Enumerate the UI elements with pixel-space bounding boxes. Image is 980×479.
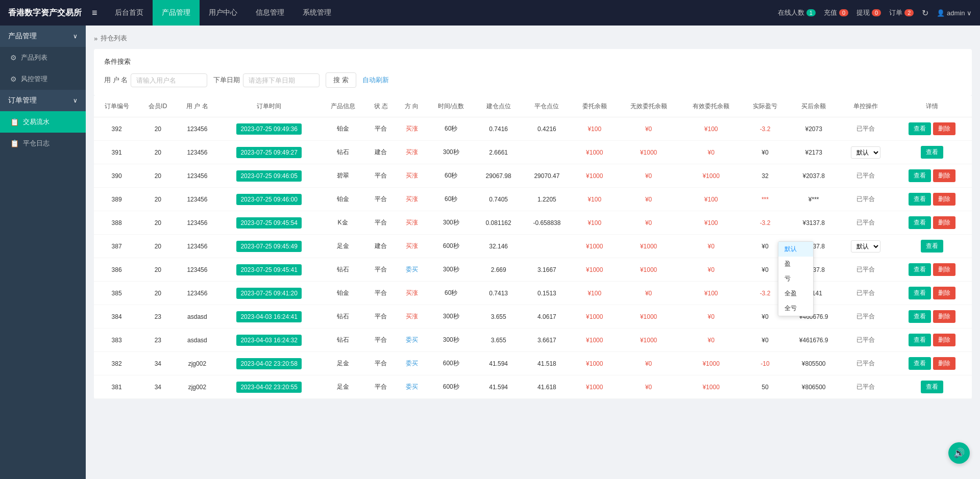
- cell-status: 平合: [365, 188, 396, 211]
- cell-order-id: 382: [94, 352, 139, 375]
- cell-op: 已平合: [840, 164, 892, 188]
- cell-op: 已平合: [840, 352, 892, 375]
- cell-member-id: 23: [139, 305, 176, 329]
- view-button[interactable]: 查看: [909, 216, 931, 229]
- sidebar-item-close[interactable]: 📋 平仓日志: [0, 133, 86, 154]
- cell-member-id: 23: [139, 329, 176, 352]
- view-button[interactable]: 查看: [909, 334, 931, 346]
- cell-time-points: 60秒: [427, 164, 475, 188]
- view-button[interactable]: 查看: [909, 310, 931, 323]
- view-button[interactable]: 查看: [909, 287, 931, 299]
- direction-tag: 委买: [406, 360, 418, 367]
- view-button[interactable]: 查看: [909, 193, 931, 206]
- sidebar-group-product-arrow: ∨: [73, 33, 78, 40]
- nav-item-home[interactable]: 后台首页: [106, 0, 153, 26]
- cell-time-points: 60秒: [427, 282, 475, 305]
- cell-username: 123456: [177, 164, 218, 188]
- delete-button[interactable]: 删除: [933, 357, 955, 370]
- cell-op: 已平合: [840, 329, 892, 352]
- delete-button[interactable]: 删除: [933, 263, 955, 276]
- order-count[interactable]: 订单 2: [889, 8, 914, 17]
- cell-username: zjg002: [177, 375, 218, 399]
- delete-button[interactable]: 删除: [933, 287, 955, 299]
- nav-item-product[interactable]: 产品管理: [153, 0, 200, 26]
- delete-button[interactable]: 删除: [933, 216, 955, 229]
- sidebar-item-trade[interactable]: 📋 交易流水: [0, 111, 86, 133]
- username-input[interactable]: [131, 73, 207, 87]
- cell-username: 123456: [177, 235, 218, 258]
- admin-label[interactable]: 👤 admin ∨: [937, 9, 972, 17]
- cell-valid-entrust: ¥1000: [680, 375, 743, 399]
- refresh-icon[interactable]: ↻: [922, 8, 928, 18]
- cell-username: asdasd: [177, 329, 218, 352]
- recharge-count[interactable]: 充值 0: [824, 8, 848, 17]
- cell-time: 2023-07-25 09:49:36: [218, 117, 320, 141]
- cell-open-price: 0.081162: [475, 211, 522, 235]
- view-button[interactable]: 查看: [909, 169, 931, 182]
- cell-direction: 买涨: [397, 282, 427, 305]
- sidebar-item-product-list[interactable]: ⚙ 产品列表: [0, 47, 86, 68]
- delete-button[interactable]: 删除: [933, 310, 955, 323]
- search-button[interactable]: 搜 索: [326, 72, 356, 88]
- cell-product: 钻石: [320, 305, 365, 329]
- cell-detail: 查看删除: [892, 188, 972, 211]
- cell-open-price: 3.655: [475, 329, 522, 352]
- op-status: 已平合: [856, 336, 875, 343]
- table-row: 381 34 zjg002 2023-04-02 23:20:55 足金 平合 …: [94, 375, 972, 399]
- direction-tag: 买涨: [406, 289, 418, 296]
- date-input[interactable]: [243, 73, 320, 87]
- direction-tag: 委买: [406, 336, 418, 343]
- auto-refresh-button[interactable]: 自动刷新: [362, 73, 389, 87]
- cell-status: 平合: [365, 282, 396, 305]
- nav-item-user[interactable]: 用户中心: [200, 0, 247, 26]
- view-button[interactable]: 查看: [921, 381, 943, 393]
- dropdown-item-all-profit[interactable]: 全盈: [778, 286, 813, 301]
- view-button[interactable]: 查看: [909, 122, 931, 135]
- direction-tag: 买涨: [406, 313, 418, 320]
- view-button[interactable]: 查看: [921, 240, 943, 253]
- nav-item-info[interactable]: 信息管理: [247, 0, 293, 26]
- time-badge: 2023-07-25 09:46:00: [236, 194, 301, 205]
- view-button[interactable]: 查看: [909, 357, 931, 370]
- view-button[interactable]: 查看: [921, 146, 943, 159]
- sidebar-group-order[interactable]: 订单管理 ∨: [0, 90, 86, 111]
- cell-username: 123456: [177, 141, 218, 164]
- op-select[interactable]: 默认盈亏全盈全亏: [851, 240, 880, 253]
- nav-item-system[interactable]: 系统管理: [293, 0, 340, 26]
- hamburger-icon[interactable]: ≡: [92, 8, 97, 18]
- sidebar-item-risk[interactable]: ⚙ 风控管理: [0, 68, 86, 90]
- delete-button[interactable]: 删除: [933, 122, 955, 135]
- cell-order-id: 389: [94, 188, 139, 211]
- dropdown-item-profit[interactable]: 盈: [778, 257, 813, 271]
- col-profit: 实际盈亏: [742, 96, 788, 117]
- cell-valid-entrust: ¥100: [680, 211, 743, 235]
- dropdown-item-default[interactable]: 默认: [778, 242, 813, 257]
- dropdown-item-all-loss[interactable]: 全亏: [778, 301, 813, 316]
- cell-detail: 查看删除: [892, 164, 972, 188]
- sidebar-group-product[interactable]: 产品管理 ∨: [0, 26, 86, 47]
- withdraw-count[interactable]: 提现 0: [856, 8, 881, 17]
- delete-button[interactable]: 删除: [933, 334, 955, 346]
- cell-time: 2023-04-02 23:20:55: [218, 375, 320, 399]
- dropdown-item-loss[interactable]: 亏: [778, 271, 813, 286]
- cell-detail: 查看删除: [892, 258, 972, 282]
- layout: 产品管理 ∨ ⚙ 产品列表 ⚙ 风控管理 订单管理 ∨ 📋 交易流水 📋 平仓日…: [0, 26, 980, 479]
- cell-time-points: 600秒: [427, 375, 475, 399]
- order-badge: 2: [904, 9, 914, 16]
- delete-button[interactable]: 删除: [933, 169, 955, 182]
- cell-entrust: ¥100: [572, 117, 617, 141]
- delete-button[interactable]: 删除: [933, 193, 955, 206]
- cell-close-price: 3.1667: [522, 258, 572, 282]
- time-badge: 2023-07-25 09:45:41: [236, 264, 301, 275]
- cell-entrust: ¥100: [572, 211, 617, 235]
- cell-username: 123456: [177, 188, 218, 211]
- time-badge: 2023-04-02 23:20:58: [236, 358, 301, 369]
- view-button[interactable]: 查看: [909, 263, 931, 276]
- table-row: 388 20 123456 2023-07-25 09:45:54 K金 平合 …: [94, 211, 972, 235]
- direction-tag: 买涨: [406, 172, 418, 179]
- online-badge: 1: [806, 9, 816, 16]
- cell-entrust: ¥1000: [572, 235, 617, 258]
- main-content: » 持仓列表 条件搜索 用 户 名 下单日期 搜 索 自动刷新: [86, 26, 980, 479]
- float-button[interactable]: 🔊: [948, 442, 970, 464]
- op-select[interactable]: 默认盈亏全盈全亏: [851, 146, 880, 159]
